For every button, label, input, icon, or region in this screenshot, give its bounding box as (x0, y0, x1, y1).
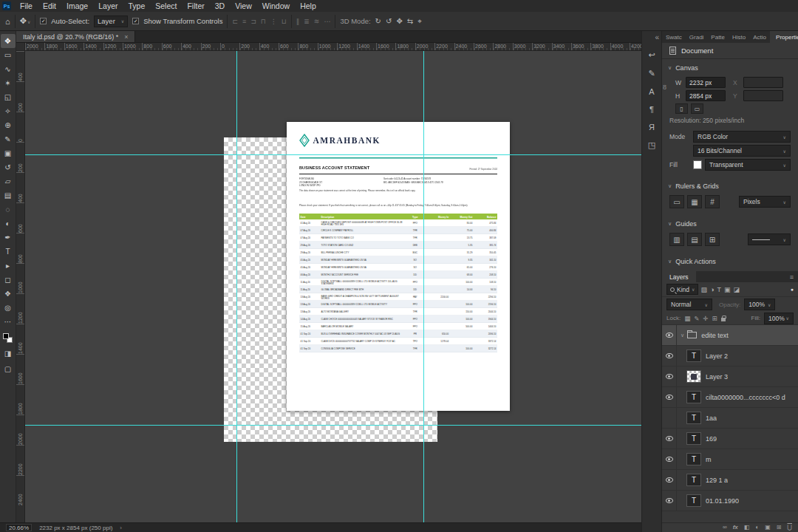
move-tool[interactable]: ✥ (1, 34, 16, 48)
3d-roll-icon[interactable]: ↺ (386, 17, 392, 26)
visibility-toggle[interactable] (662, 387, 677, 407)
shape-tool[interactable]: ◻ (1, 273, 16, 287)
statement-document[interactable]: AMRAHBANK BUSINESS ACCOUNT STATEMENT Pri… (287, 122, 510, 411)
lock-artboard-icon[interactable]: ⊞ (712, 315, 717, 322)
blend-mode-select[interactable]: Normal∨ (666, 299, 712, 310)
layer-style-icon[interactable]: fx (733, 525, 738, 531)
adjustment-layer-icon[interactable]: ◐ (755, 525, 759, 531)
menu-window[interactable]: Window (257, 0, 295, 12)
screen-mode-icon[interactable]: ▢ (1, 364, 16, 374)
visibility-toggle[interactable] (662, 325, 677, 345)
show-transform-checkbox[interactable]: ✓ (132, 18, 139, 24)
distribute-spacing-icon[interactable]: ≋ (314, 18, 320, 25)
menu-file[interactable]: File (15, 0, 38, 12)
distribute-vertical-icon[interactable]: ≣ (304, 18, 310, 25)
visibility-toggle[interactable] (662, 366, 677, 386)
3d-orbit-icon[interactable]: ↻ (375, 17, 381, 26)
visibility-toggle[interactable] (662, 429, 677, 449)
panel-tab-gradi[interactable]: Gradi (686, 31, 708, 43)
close-tab-icon[interactable]: × (124, 33, 128, 41)
lock-all-icon[interactable] (721, 318, 726, 321)
canvas-guides-icon[interactable]: ▥ (669, 233, 684, 246)
visibility-toggle[interactable] (662, 449, 677, 469)
layer-row-169[interactable]: T169 (662, 429, 798, 449)
filtering-toggle-icon[interactable]: ● (791, 287, 794, 292)
visibility-toggle[interactable] (662, 408, 677, 428)
lasso-tool[interactable]: ∿ (1, 62, 16, 76)
align-left-edges-icon[interactable]: ⊏ (232, 18, 238, 25)
hand-tool[interactable]: ❖ (1, 287, 16, 301)
expand-caret-icon[interactable]: ∨ (681, 332, 684, 338)
collapse-panels-icon[interactable]: « (655, 33, 659, 41)
menu-filter[interactable]: Filter (182, 0, 209, 12)
color-swatches[interactable] (3, 333, 13, 343)
layer-row-1aa[interactable]: T1aa (662, 408, 798, 429)
portrait-orientation-button[interactable]: ▯ (675, 103, 688, 114)
panel-menu-icon[interactable]: ≡ (790, 273, 794, 281)
auto-select-dropdown[interactable]: Layer∨ (94, 16, 128, 27)
clone-source-panel-icon[interactable]: ◳ (648, 140, 655, 150)
ruler-origin[interactable] (16, 43, 25, 51)
delete-layer-icon[interactable]: ⋃ (787, 525, 792, 531)
healing-brush-tool[interactable]: ⊕ (1, 118, 16, 132)
filter-pixel-layers-icon[interactable]: ▨ (700, 286, 707, 293)
dodge-tool[interactable]: ◐ (1, 216, 16, 231)
glyphs-panel-icon[interactable]: Я (649, 123, 655, 132)
snap-icon[interactable]: # (705, 195, 720, 208)
guides-section-header[interactable]: ∨Guides (662, 217, 798, 231)
marquee-tool[interactable]: ▭ (1, 48, 16, 62)
menu-edit[interactable]: Edit (38, 0, 61, 12)
layer-row-129-1-a[interactable]: T129 1 a (662, 470, 798, 491)
new-layer-icon[interactable]: ⊞ (777, 525, 782, 531)
guide-layout-icon[interactable]: ⊞ (705, 233, 720, 246)
3d-drag-icon[interactable]: ✥ (396, 17, 402, 26)
horizontal-guide[interactable] (25, 425, 641, 426)
history-brush-tool[interactable]: ↺ (1, 160, 16, 174)
panel-tab-properties[interactable]: Properties (770, 31, 798, 43)
menu-select[interactable]: Select (150, 0, 182, 12)
3d-slide-icon[interactable]: ⇆ (407, 17, 413, 26)
panel-tab-swatc[interactable]: Swatc (662, 31, 686, 43)
layer-mask-icon[interactable]: ◧ (744, 525, 750, 531)
filter-kind-select[interactable]: Kind∨ (666, 284, 698, 295)
link-layers-icon[interactable]: ∞ (723, 525, 727, 531)
layer-fill-select[interactable]: 100%∨ (764, 313, 794, 324)
color-mode-select[interactable]: RGB Color∨ (693, 131, 791, 143)
align-right-edges-icon[interactable]: ⊐ (250, 18, 256, 25)
history-panel-icon[interactable]: ↩ (648, 50, 655, 60)
bit-depth-select[interactable]: 16 Bits/Channel∨ (693, 145, 791, 157)
fill-select[interactable]: Transparent∨ (705, 159, 791, 171)
menu-type[interactable]: Type (123, 0, 150, 12)
layer-row-layer-3[interactable]: Layer 3 (662, 366, 798, 387)
layer-row-cilta0000000-ccccccc-0-d[interactable]: Tcilta0000000...ccccccc<0 d (662, 387, 798, 408)
crop-tool[interactable]: ◱ (1, 90, 16, 104)
quick-mask-icon[interactable]: ◨ (1, 348, 16, 358)
vertical-ruler[interactable]: 4002000200400600800100012001400160018002… (16, 51, 25, 522)
visibility-toggle[interactable] (662, 491, 677, 511)
foreground-color-swatch[interactable] (3, 333, 9, 339)
eyedropper-tool[interactable]: ✧ (1, 104, 16, 118)
brush-settings-panel-icon[interactable]: ✎ (648, 69, 655, 78)
opacity-select[interactable]: 100%∨ (744, 299, 775, 310)
document-tab[interactable]: Italy id.psd @ 20.7% (RGB/16) * × (16, 31, 135, 42)
filter-smart-objects-icon[interactable]: ◪ (733, 286, 740, 293)
layer-row-layer-2[interactable]: TLayer 2 (662, 346, 798, 366)
layers-tab[interactable]: Layers (662, 271, 696, 282)
width-field[interactable]: 2232 px (686, 77, 726, 88)
layer-row-01-01-1990[interactable]: T01.01.1990 (662, 491, 798, 511)
type-tool[interactable]: T (1, 245, 16, 259)
paragraph-panel-icon[interactable]: ¶ (649, 105, 654, 114)
horizontal-ruler[interactable]: 2000180016001400120010008006004002000200… (25, 43, 641, 51)
layer-group-icon[interactable]: ▣ (765, 525, 771, 531)
visibility-toggle[interactable] (662, 346, 677, 366)
horizontal-guide[interactable] (25, 154, 641, 155)
landscape-orientation-button[interactable]: ▭ (691, 103, 703, 114)
toggle-rulers-icon[interactable]: ▭ (669, 195, 684, 208)
vertical-guide[interactable] (423, 51, 424, 522)
panel-tab-histo[interactable]: Histo (729, 31, 749, 43)
visibility-toggle[interactable] (662, 470, 677, 490)
panel-tab-patte[interactable]: Patte (707, 31, 729, 43)
eraser-tool[interactable]: ▱ (1, 174, 16, 188)
toggle-grid-icon[interactable]: ▦ (687, 195, 702, 208)
align-bottom-edges-icon[interactable]: ⊔ (282, 18, 287, 25)
